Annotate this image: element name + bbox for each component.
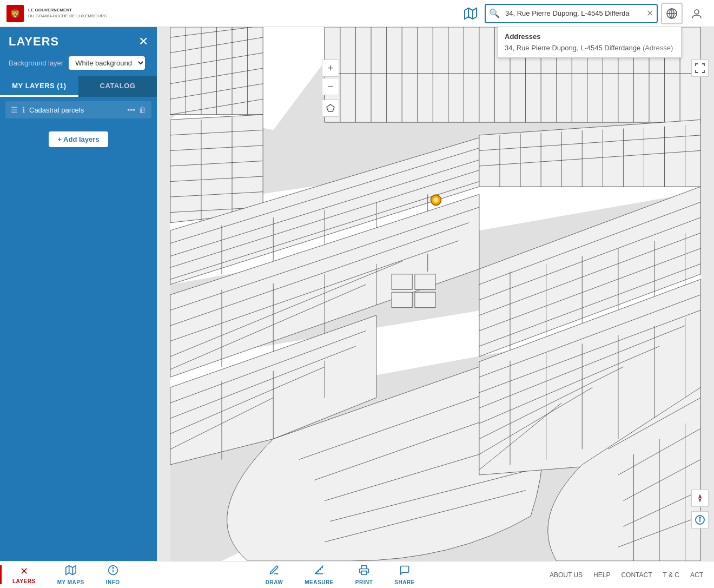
sidebar-header: LAYERS ✕ (0, 27, 157, 56)
search-clear-button[interactable]: ✕ (643, 8, 657, 18)
print-bottom-button[interactable]: PRINT (345, 565, 384, 585)
parcel-group-left-mid (170, 115, 263, 223)
map-area[interactable]: + − (157, 27, 714, 561)
layer-info-icon[interactable]: ℹ (22, 105, 25, 114)
parcel-group-upper-left (170, 27, 263, 115)
background-layer-label: Background layer (9, 59, 63, 67)
layer-list-icon: ☰ (11, 105, 18, 114)
print-icon (359, 565, 369, 578)
svg-rect-170 (361, 571, 367, 574)
search-icon: 🔍 (486, 8, 503, 18)
layer-options-button[interactable]: ••• (127, 105, 135, 114)
zoom-out-button[interactable]: − (322, 78, 339, 95)
fullscreen-button[interactable] (691, 60, 709, 77)
language-button[interactable] (661, 3, 683, 24)
cadastral-map (157, 27, 714, 561)
svg-point-164 (113, 567, 114, 569)
share-icon (399, 565, 410, 578)
search-result-item[interactable]: 34, Rue Pierre Dupong, L-4545 Differdang… (505, 44, 675, 52)
layers-list: ☰ ℹ Cadastral parcels ••• 🗑 (0, 97, 157, 126)
svg-rect-100 (392, 292, 412, 308)
layer-actions: ••• 🗑 (127, 105, 146, 114)
header-right: 🔍 ✕ (460, 3, 714, 24)
help-link[interactable]: HELP (593, 571, 610, 579)
sidebar-title: LAYERS (9, 35, 59, 49)
bottom-center-tools: DRAW MEASURE (131, 565, 550, 585)
svg-point-158 (699, 517, 700, 518)
measure-icon (314, 565, 325, 578)
svg-marker-152 (700, 494, 702, 498)
svg-marker-154 (700, 498, 702, 503)
measure-bottom-button[interactable]: MEASURE (294, 565, 345, 585)
search-results-heading: Addresses (505, 32, 675, 41)
my-maps-bottom-button[interactable]: MY MAPS (47, 565, 95, 585)
search-results-dropdown: Addresses 34, Rue Pierre Dupong, L-4545 … (498, 27, 682, 58)
my-maps-header-button[interactable] (460, 3, 481, 24)
svg-marker-151 (327, 104, 334, 111)
sidebar-tabs: MY LAYERS (1) CATALOG (0, 76, 157, 97)
info-icon (108, 565, 118, 578)
search-input[interactable] (503, 9, 643, 17)
gov-text: LE GOUVERNEMENT DU GRAND-DUCHÉ DE LUXEMB… (28, 8, 107, 19)
svg-marker-159 (65, 565, 75, 574)
svg-point-150 (433, 197, 439, 203)
tc-link[interactable]: T & C (663, 571, 679, 579)
tab-catalog[interactable]: CATALOG (78, 76, 157, 97)
luxembourg-lion-icon: 🦁 (6, 5, 24, 22)
svg-rect-99 (415, 274, 435, 290)
about-us-link[interactable]: ABOUT US (550, 571, 583, 579)
sidebar-close-button[interactable]: ✕ (138, 35, 148, 49)
svg-marker-2 (465, 8, 477, 19)
x-icon: ✕ (20, 565, 28, 577)
svg-rect-98 (392, 274, 412, 290)
layer-delete-button[interactable]: 🗑 (138, 105, 146, 114)
tab-my-layers[interactable]: MY LAYERS (1) (0, 76, 78, 97)
map-info-button[interactable] (691, 511, 709, 528)
background-layer-row: Background layer White background (0, 56, 157, 76)
contact-link[interactable]: CONTACT (621, 571, 652, 579)
header: 🦁 LE GOUVERNEMENT DU GRAND-DUCHÉ DE LUXE… (0, 0, 714, 27)
zoom-in-button[interactable]: + (322, 60, 339, 77)
zoom-controls: + − (322, 60, 339, 117)
search-box: 🔍 ✕ (485, 4, 658, 23)
add-layers-button[interactable]: + Add layers (49, 131, 108, 147)
svg-text:🦁: 🦁 (10, 9, 21, 19)
draw-polygon-button[interactable] (322, 100, 339, 117)
logo-area: 🦁 LE GOUVERNEMENT DU GRAND-DUCHÉ DE LUXE… (0, 5, 114, 22)
svg-marker-153 (698, 494, 700, 498)
background-layer-select[interactable]: White background (69, 56, 145, 70)
north-compass-button[interactable] (691, 490, 709, 507)
layer-name: Cadastral parcels (29, 106, 123, 114)
act-link[interactable]: ACT (690, 571, 703, 579)
layer-item-cadastral: ☰ ℹ Cadastral parcels ••• 🗑 (5, 101, 151, 118)
layers-sidebar: LAYERS ✕ Background layer White backgrou… (0, 27, 157, 561)
share-bottom-button[interactable]: SHARE (384, 565, 426, 585)
bottom-toolbar: ✕ LAYERS MY MAPS INFO (0, 561, 714, 588)
layers-bottom-button[interactable]: ✕ LAYERS (0, 565, 47, 584)
svg-rect-101 (415, 292, 435, 308)
svg-point-9 (695, 10, 699, 14)
draw-icon (269, 565, 280, 578)
bottom-right-links: ABOUT US HELP CONTACT T & C ACT (550, 571, 714, 579)
draw-bottom-button[interactable]: DRAW (255, 565, 294, 585)
user-account-button[interactable] (686, 3, 708, 24)
info-bottom-button[interactable]: INFO (95, 565, 131, 585)
svg-marker-155 (698, 498, 700, 503)
my-maps-icon (65, 565, 76, 578)
